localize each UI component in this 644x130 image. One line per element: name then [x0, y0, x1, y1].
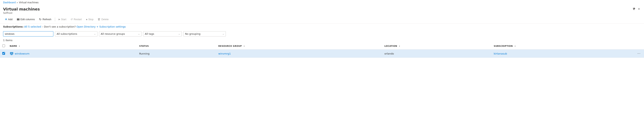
delete-icon [98, 18, 100, 21]
th-location[interactable]: LOCATION ↕ [382, 43, 492, 49]
row-checkbox-cell [0, 49, 7, 58]
vm-name-group: windowsvm [10, 52, 134, 55]
pin-icon [632, 7, 636, 11]
breadcrumb-separator: > [16, 1, 18, 4]
resource-groups-chevron-icon: ⌄ [138, 33, 140, 35]
refresh-icon: ↻ [39, 18, 42, 21]
delete-label: Delete [101, 18, 109, 21]
open-directory-link[interactable]: Open Directory + Subscription settings [76, 25, 126, 28]
restart-label: Restart [74, 18, 82, 21]
row-resource-group-cell: winvmrg1 [216, 49, 382, 58]
vm-subscription-link[interactable]: kirtanasub [494, 52, 507, 55]
svg-rect-2 [19, 18, 19, 20]
svg-rect-7 [11, 54, 12, 55]
header-actions: ✕ [632, 7, 641, 11]
vm-icon [10, 52, 14, 55]
select-all-checkbox[interactable] [2, 44, 5, 47]
stop-icon: ■ [86, 18, 88, 21]
th-subscription-label: SUBSCRIPTION [494, 45, 513, 47]
svg-rect-8 [11, 55, 12, 55]
subscriptions-dropdown-label: All subscriptions [57, 32, 77, 35]
th-actions [634, 43, 644, 49]
th-status[interactable]: STATUS [137, 43, 216, 49]
results-count: 1 items [3, 39, 12, 42]
th-name[interactable]: NAME ↕ [7, 43, 137, 49]
all-selected-link[interactable]: All 5 selected [24, 25, 41, 28]
page-title: Virtual machines [3, 7, 40, 12]
vm-name-link[interactable]: windowsvm [15, 52, 30, 55]
th-subscription[interactable]: SUBSCRIPTION ↕ [492, 43, 634, 49]
breadcrumb-current: Virtual machines [19, 1, 38, 4]
table-row[interactable]: windowsvm Running winvmrg1 orlando kirta… [0, 49, 644, 58]
row-name-cell: windowsvm [7, 49, 137, 58]
breadcrumb-dashboard-link[interactable]: Dashboard [3, 1, 16, 4]
edit-columns-button[interactable]: Edit columns [15, 17, 37, 22]
page-subtitle: Selfhost [3, 12, 40, 14]
stop-label: Stop [88, 18, 94, 21]
row-location-cell: orlando [382, 49, 492, 58]
table-body: windowsvm Running winvmrg1 orlando kirta… [0, 49, 644, 58]
refresh-label: Refresh [42, 18, 52, 21]
th-location-sort-icon: ↕ [399, 45, 400, 47]
svg-rect-1 [18, 18, 18, 20]
page-title-group: Virtual machines Selfhost [3, 7, 40, 14]
refresh-button[interactable]: ↻ Refresh [37, 17, 53, 22]
th-resource-group[interactable]: RESOURCE GROUP ↕ [216, 43, 382, 49]
svg-rect-0 [17, 18, 18, 20]
start-label: Start [61, 18, 66, 21]
tags-dropdown[interactable]: All tags ⌄ [143, 31, 182, 36]
row-subscription-cell: kirtanasub [492, 49, 634, 58]
page-header: Virtual machines Selfhost ✕ [0, 5, 644, 15]
th-name-label: NAME [10, 45, 17, 47]
th-rg-sort-icon: ↕ [244, 45, 245, 47]
subscriptions-dropdown[interactable]: All subscriptions ⌄ [55, 31, 98, 36]
row-more-button[interactable]: ··· [636, 51, 642, 56]
more-icon: ··· [638, 52, 640, 55]
edit-columns-icon [17, 18, 20, 21]
vm-resource-group-link[interactable]: winvmrg1 [218, 52, 231, 55]
th-location-label: LOCATION [384, 45, 397, 47]
edit-columns-label: Edit columns [20, 18, 35, 21]
row-checkbox[interactable] [2, 52, 5, 55]
virtual-machines-table: NAME ↕ STATUS RESOURCE GROUP ↕ LOCATION … [0, 43, 644, 58]
subscriptions-label: Subscriptions: [3, 25, 24, 28]
breadcrumb: Dashboard > Virtual machines [0, 0, 644, 5]
delete-button[interactable]: Delete [96, 17, 110, 22]
th-name-sort-icon: ↕ [19, 45, 20, 47]
results-info: 1 items [0, 38, 644, 43]
add-icon: + [5, 17, 7, 21]
page-container: Dashboard > Virtual machines Virtual mac… [0, 0, 644, 130]
subscription-bar: Subscriptions: All 5 selected – Don't se… [0, 24, 644, 30]
grouping-chevron-icon: ⌄ [222, 33, 224, 35]
start-button[interactable]: ▶ Start [57, 17, 68, 22]
restart-icon: ↺ [70, 18, 73, 21]
vm-status: Running [139, 52, 150, 55]
search-input[interactable] [3, 31, 53, 36]
add-button[interactable]: + Add [3, 16, 14, 22]
resource-groups-dropdown[interactable]: All resource groups ⌄ [99, 31, 142, 36]
row-more-cell: ··· [634, 49, 644, 58]
pin-button[interactable] [632, 7, 636, 11]
filters-row: All subscriptions ⌄ All resource groups … [0, 30, 644, 38]
start-icon: ▶ [58, 18, 60, 21]
table-header: NAME ↕ STATUS RESOURCE GROUP ↕ LOCATION … [0, 43, 644, 49]
grouping-dropdown[interactable]: No grouping ⌄ [183, 31, 226, 36]
tags-dropdown-label: All tags [145, 32, 154, 35]
close-icon: ✕ [638, 7, 640, 11]
subscription-middle-text: – Don't see a subscription? [42, 25, 76, 28]
select-all-header [0, 43, 7, 49]
vm-location: orlando [384, 52, 394, 55]
add-label: Add [8, 18, 12, 21]
row-status-cell: Running [137, 49, 216, 58]
table-container: NAME ↕ STATUS RESOURCE GROUP ↕ LOCATION … [0, 43, 644, 130]
restart-button[interactable]: ↺ Restart [69, 17, 84, 22]
subscriptions-chevron-icon: ⌄ [94, 33, 96, 35]
tags-chevron-icon: ⌄ [178, 33, 180, 35]
svg-rect-3 [98, 18, 99, 19]
th-subscription-sort-icon: ↕ [514, 45, 516, 47]
grouping-dropdown-label: No grouping [185, 32, 200, 35]
th-resource-group-label: RESOURCE GROUP [218, 45, 242, 47]
stop-button[interactable]: ■ Stop [84, 17, 95, 22]
close-button[interactable]: ✕ [637, 7, 641, 11]
svg-rect-4 [98, 18, 100, 19]
